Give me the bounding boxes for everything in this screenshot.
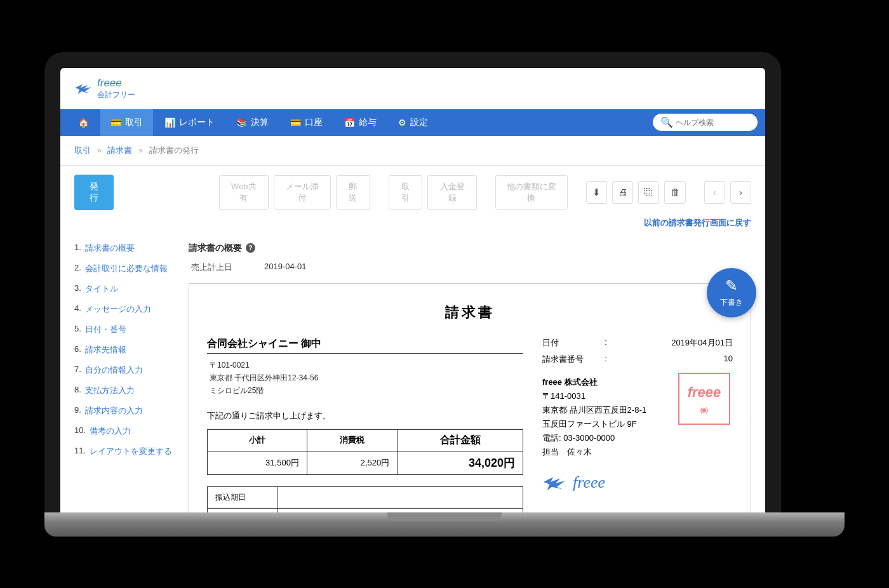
search-icon: 🔍 bbox=[660, 116, 673, 128]
nav-home[interactable]: 🏠 bbox=[68, 109, 99, 136]
step-4[interactable]: メッセージの入力 bbox=[85, 304, 151, 315]
invoice-note: 下記の通りご請求申し上げます。 bbox=[207, 410, 523, 422]
home-icon: 🏠 bbox=[78, 117, 89, 128]
step-1[interactable]: 請求書の概要 bbox=[85, 243, 135, 254]
help-search[interactable]: 🔍 bbox=[653, 114, 758, 131]
laptop-frame: freee 会計フリー 🏠 💳取引 📊レポート 📚決算 💳口座 📅給与 ⚙設定 … bbox=[44, 52, 781, 512]
nav-settings[interactable]: ⚙設定 bbox=[388, 109, 438, 136]
nav-accounts[interactable]: 💳口座 bbox=[280, 109, 333, 136]
app-screen: freee 会計フリー 🏠 💳取引 📊レポート 📚決算 💳口座 📅給与 ⚙設定 … bbox=[60, 68, 765, 512]
toolbar: 発行 Web共有 メール添付 郵送 取引 入金登録 他の書類に変換 ⬇ 🖨 ⿻ … bbox=[60, 166, 765, 214]
laptop-notch bbox=[387, 512, 502, 521]
recipient-address: 〒101-0021 東京都 千代田区外神田12-34-56 ミシロビル25階 bbox=[207, 359, 523, 398]
chevron-left-icon: ‹ bbox=[713, 187, 716, 197]
delete-button[interactable]: 🗑 bbox=[664, 181, 685, 204]
legacy-link-row: 以前の請求書発行画面に戻す bbox=[60, 214, 765, 234]
convert-button[interactable]: 他の書類に変換 bbox=[495, 175, 568, 210]
chevron-right-icon: › bbox=[739, 187, 742, 197]
print-icon: 🖨 bbox=[618, 187, 627, 197]
company-stamp: freee ㈱ bbox=[678, 373, 730, 425]
help-search-input[interactable] bbox=[676, 118, 750, 127]
print-button[interactable]: 🖨 bbox=[612, 181, 633, 204]
step-5[interactable]: 日付・番号 bbox=[85, 324, 126, 335]
transaction-button[interactable]: 取引 bbox=[389, 175, 423, 210]
sales-date-field: 売上計上日 2019-04-01 bbox=[189, 262, 751, 273]
prev-button[interactable]: ‹ bbox=[704, 181, 725, 204]
card-icon: 💳 bbox=[290, 117, 301, 128]
nav-payroll[interactable]: 📅給与 bbox=[334, 109, 387, 136]
summary-table: 小計 消費税 合計金額 31,500円 2,520円 34,020円 bbox=[207, 429, 523, 475]
calendar-icon: 📅 bbox=[344, 117, 355, 128]
swallow-icon bbox=[74, 81, 92, 95]
deposit-button[interactable]: 入金登録 bbox=[427, 175, 477, 210]
step-10[interactable]: 備考の入力 bbox=[90, 425, 131, 437]
next-button[interactable]: › bbox=[730, 181, 751, 204]
logo-text: freee bbox=[97, 77, 135, 90]
laptop-base bbox=[44, 512, 845, 537]
main-nav: 🏠 💳取引 📊レポート 📚決算 💳口座 📅給与 ⚙設定 🔍 bbox=[60, 109, 765, 136]
logo-subtitle: 会計フリー bbox=[97, 90, 135, 100]
breadcrumb-current: 請求書の発行 bbox=[149, 145, 199, 155]
download-button[interactable]: ⬇ bbox=[586, 181, 607, 204]
sales-date-value: 2019-04-01 bbox=[264, 262, 307, 273]
company-block: freee ㈱ freee 株式会社 〒141-0031 東京都 品川区西五反田… bbox=[542, 375, 733, 460]
trash-icon: 🗑 bbox=[671, 187, 680, 197]
step-2[interactable]: 会計取引に必要な情報 bbox=[85, 263, 168, 274]
invoice-preview: 請求書 合同会社シャイニー 御中 〒101-0021 東京都 千代田区外神田12… bbox=[189, 283, 751, 512]
step-nav: 1.請求書の概要 2.会計取引に必要な情報 3.タイトル 4.メッセージの入力 … bbox=[74, 243, 176, 504]
help-icon[interactable]: ? bbox=[246, 243, 255, 253]
signature-swallow-icon bbox=[542, 473, 566, 492]
wallet-icon: 💳 bbox=[110, 117, 121, 128]
invoice-left: 合同会社シャイニー 御中 〒101-0021 東京都 千代田区外神田12-34-… bbox=[207, 337, 523, 512]
recipient-name: 合同会社シャイニー 御中 bbox=[207, 337, 523, 354]
gear-icon: ⚙ bbox=[398, 117, 406, 128]
breadcrumb-link-2[interactable]: 請求書 bbox=[107, 145, 132, 155]
breadcrumb: 取引 » 請求書 » 請求書の発行 bbox=[60, 136, 765, 166]
step-11[interactable]: レイアウトを変更する bbox=[90, 446, 172, 457]
copy-icon: ⿻ bbox=[644, 187, 653, 197]
breadcrumb-link-1[interactable]: 取引 bbox=[74, 145, 91, 155]
nav-reports[interactable]: 📊レポート bbox=[154, 109, 225, 136]
nav-closing[interactable]: 📚決算 bbox=[226, 109, 279, 136]
chart-icon: 📊 bbox=[164, 117, 175, 128]
section-title: 請求書の概要 ? bbox=[189, 243, 751, 254]
step-8[interactable]: 支払方法入力 bbox=[85, 385, 135, 396]
step-3[interactable]: タイトル bbox=[85, 283, 118, 295]
books-icon: 📚 bbox=[236, 117, 247, 128]
mail-attach-button[interactable]: メール添付 bbox=[274, 175, 331, 210]
nav-transactions[interactable]: 💳取引 bbox=[100, 109, 153, 136]
bank-table: 振込期日 振込先つばめ銀行 第一支店 1234567 bbox=[207, 486, 523, 512]
content-area: 1.請求書の概要 2.会計取引に必要な情報 3.タイトル 4.メッセージの入力 … bbox=[60, 234, 765, 512]
copy-button[interactable]: ⿻ bbox=[638, 181, 659, 204]
main-panel: 請求書の概要 ? 売上計上日 2019-04-01 請求書 合同会社シャイニー … bbox=[189, 243, 751, 504]
issue-button[interactable]: 発行 bbox=[74, 175, 114, 210]
step-9[interactable]: 請求内容の入力 bbox=[85, 405, 143, 417]
download-icon: ⬇ bbox=[592, 187, 601, 198]
legacy-link[interactable]: 以前の請求書発行画面に戻す bbox=[644, 218, 751, 227]
draft-fab[interactable]: ✎ 下書き bbox=[707, 268, 756, 317]
logo-bar: freee 会計フリー bbox=[60, 68, 765, 109]
invoice-right: 日付:2019年04月01日 請求書番号:10 freee ㈱ freee 株式… bbox=[542, 337, 733, 512]
sales-date-label: 売上計上日 bbox=[191, 262, 232, 273]
step-7[interactable]: 自分の情報入力 bbox=[85, 364, 143, 376]
step-6[interactable]: 請求先情報 bbox=[85, 344, 126, 356]
postal-button[interactable]: 郵送 bbox=[336, 175, 370, 210]
pencil-icon: ✎ bbox=[725, 277, 738, 295]
signature: freee bbox=[542, 473, 733, 492]
web-share-button[interactable]: Web共有 bbox=[219, 175, 269, 210]
invoice-title: 請求書 bbox=[207, 303, 733, 322]
